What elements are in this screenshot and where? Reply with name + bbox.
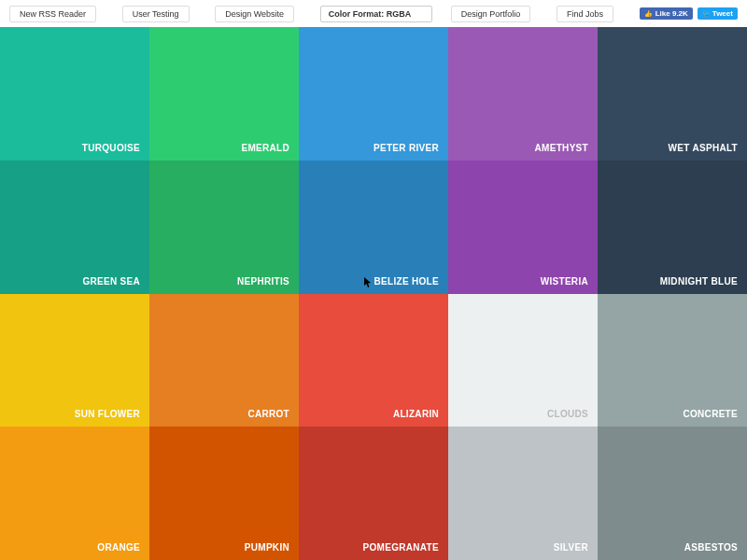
top-nav: New RSS Reader User Testing Design Websi…	[0, 0, 747, 27]
swatch-midnight-blue[interactable]: MIDNIGHT BLUE	[598, 161, 747, 294]
nav-design-website[interactable]: Design Website	[215, 6, 294, 22]
swatch-turquoise[interactable]: TURQUOISE	[0, 27, 149, 161]
swatch-label: SUN FLOWER	[75, 409, 140, 419]
swatch-label: AMETHYST	[535, 143, 588, 153]
swatch-label: PETER RIVER	[374, 143, 439, 153]
swatch-label: ASBESTOS	[684, 542, 738, 553]
swatch-wet-asphalt[interactable]: WET ASPHALT	[598, 27, 747, 161]
nav-find-jobs[interactable]: Find Jobs	[557, 6, 613, 22]
swatch-concrete[interactable]: CONCRETE	[598, 294, 747, 427]
color-grid: TURQUOISEEMERALDPETER RIVERAMETHYSTWET A…	[0, 27, 747, 560]
swatch-nephritis[interactable]: NEPHRITIS	[149, 161, 299, 294]
swatch-amethyst[interactable]: AMETHYST	[448, 27, 598, 161]
swatch-belize-hole[interactable]: BELIZE HOLE	[299, 161, 448, 294]
swatch-label: ORANGE	[97, 542, 140, 553]
swatch-label: CONCRETE	[683, 409, 738, 419]
swatch-asbestos[interactable]: ASBESTOS	[598, 427, 747, 560]
swatch-alizarin[interactable]: ALIZARIN	[299, 294, 448, 427]
swatch-label: BELIZE HOLE	[374, 276, 439, 287]
swatch-silver[interactable]: SILVER	[448, 427, 598, 560]
swatch-label: CLOUDS	[547, 409, 588, 419]
swatch-label: CARROT	[247, 409, 289, 419]
nav-rss-reader[interactable]: New RSS Reader	[9, 6, 96, 22]
color-format-select[interactable]: Color Format: RGBA	[320, 6, 433, 22]
nav-user-testing[interactable]: User Testing	[122, 6, 190, 22]
swatch-label: WISTERIA	[541, 276, 588, 287]
swatch-clouds[interactable]: CLOUDS	[448, 294, 598, 427]
facebook-like-button[interactable]: Like 9.2K	[640, 7, 693, 20]
swatch-label: ALIZARIN	[393, 409, 439, 419]
swatch-label: SILVER	[554, 542, 588, 553]
swatch-label: MIDNIGHT BLUE	[660, 276, 738, 287]
social-buttons: Like 9.2K Tweet	[640, 7, 738, 20]
swatch-label: POMEGRANATE	[363, 542, 439, 553]
swatch-orange[interactable]: ORANGE	[0, 427, 149, 560]
swatch-label: EMERALD	[241, 143, 289, 153]
swatch-wisteria[interactable]: WISTERIA	[448, 161, 598, 294]
swatch-label: WET ASPHALT	[669, 143, 738, 153]
nav-design-portfolio[interactable]: Design Portfolio	[451, 6, 531, 22]
swatch-pumpkin[interactable]: PUMPKIN	[149, 427, 299, 560]
swatch-sun-flower[interactable]: SUN FLOWER	[0, 294, 149, 427]
swatch-label: PUMPKIN	[245, 542, 289, 553]
swatch-pomegranate[interactable]: POMEGRANATE	[299, 427, 448, 560]
color-format-select-wrap: Color Format: RGBA ▼	[320, 6, 425, 22]
swatch-label: NEPHRITIS	[237, 276, 289, 287]
swatch-label: TURQUOISE	[82, 143, 140, 153]
swatch-green-sea[interactable]: GREEN SEA	[0, 161, 149, 294]
swatch-emerald[interactable]: EMERALD	[149, 27, 299, 161]
twitter-tweet-button[interactable]: Tweet	[698, 7, 738, 20]
swatch-peter-river[interactable]: PETER RIVER	[299, 27, 448, 161]
swatch-carrot[interactable]: CARROT	[149, 294, 299, 427]
swatch-label: GREEN SEA	[82, 276, 140, 287]
